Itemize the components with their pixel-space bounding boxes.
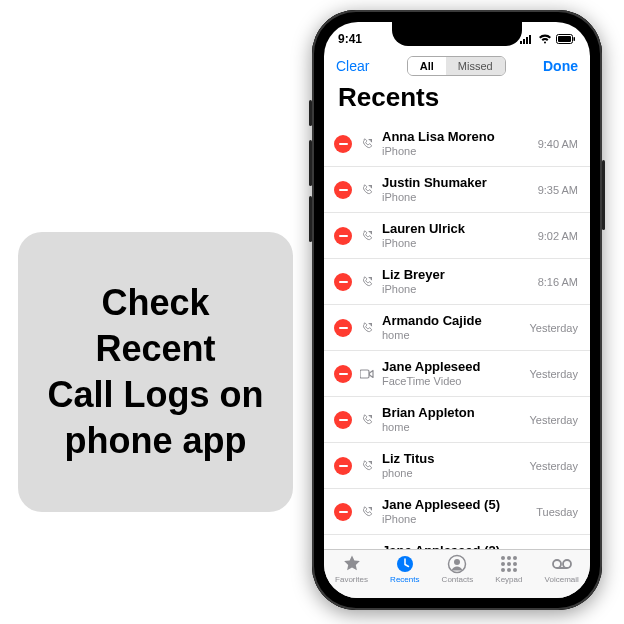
call-source: iPhone <box>382 283 526 296</box>
svg-rect-3 <box>529 35 531 44</box>
delete-icon[interactable] <box>334 227 352 245</box>
delete-icon[interactable] <box>334 503 352 521</box>
tab-contacts[interactable]: Contacts <box>442 554 474 584</box>
delete-icon[interactable] <box>334 319 352 337</box>
call-row[interactable]: Jane AppleseedFaceTime VideoYesterday <box>324 351 590 397</box>
phone-outgoing-icon <box>360 184 374 196</box>
caller-name: Brian Appleton <box>382 406 517 421</box>
phone-outgoing-icon <box>360 138 374 150</box>
call-row[interactable]: Lauren UlrickiPhone9:02 AM <box>324 213 590 259</box>
tab-label: Keypad <box>495 575 522 584</box>
phone-outgoing-icon <box>360 414 374 426</box>
call-time: Yesterday <box>529 322 578 334</box>
svg-point-22 <box>563 560 571 568</box>
call-info: Justin ShumakeriPhone <box>382 176 526 204</box>
wifi-icon <box>538 34 552 44</box>
call-row[interactable]: Liz BreyeriPhone8:16 AM <box>324 259 590 305</box>
call-source: FaceTime Video <box>382 375 517 388</box>
tab-bar: FavoritesRecentsContactsKeypadVoicemail <box>324 549 590 598</box>
tab-keypad[interactable]: Keypad <box>495 554 522 584</box>
delete-icon[interactable] <box>334 411 352 429</box>
signal-icon <box>520 34 534 44</box>
call-row[interactable]: Brian AppletonhomeYesterday <box>324 397 590 443</box>
clock-icon <box>395 554 415 574</box>
tab-label: Favorites <box>335 575 368 584</box>
svg-point-17 <box>513 562 517 566</box>
svg-rect-1 <box>523 39 525 44</box>
call-row[interactable]: Jane Appleseed (2)FaceTime VideoTuesday <box>324 535 590 549</box>
svg-point-14 <box>513 556 517 560</box>
call-row[interactable]: Jane Appleseed (5)iPhoneTuesday <box>324 489 590 535</box>
call-row[interactable]: Liz TitusphoneYesterday <box>324 443 590 489</box>
phone-outgoing-icon <box>360 276 374 288</box>
delete-icon[interactable] <box>334 273 352 291</box>
caller-name: Anna Lisa Moreno <box>382 130 526 145</box>
call-source: iPhone <box>382 191 526 204</box>
svg-point-15 <box>501 562 505 566</box>
call-info: Jane Appleseed (5)iPhone <box>382 498 524 526</box>
delete-icon[interactable] <box>334 457 352 475</box>
phone-outgoing-icon <box>360 230 374 242</box>
call-info: Armando Cajidehome <box>382 314 517 342</box>
call-row[interactable]: Armando CajidehomeYesterday <box>324 305 590 351</box>
call-info: Anna Lisa MorenoiPhone <box>382 130 526 158</box>
call-row[interactable]: Anna Lisa MorenoiPhone9:40 AM <box>324 121 590 167</box>
call-info: Liz Titusphone <box>382 452 517 480</box>
power-button <box>602 160 605 230</box>
voicemail-icon <box>551 554 573 574</box>
iphone-frame: 9:41 Clear All Missed Done Recents <box>312 10 602 610</box>
call-time: Yesterday <box>529 460 578 472</box>
svg-point-18 <box>501 568 505 572</box>
call-row[interactable]: Justin ShumakeriPhone9:35 AM <box>324 167 590 213</box>
caller-name: Justin Shumaker <box>382 176 526 191</box>
recents-list[interactable]: Anna Lisa MorenoiPhone9:40 AMJustin Shum… <box>324 121 590 549</box>
svg-point-19 <box>507 568 511 572</box>
delete-icon[interactable] <box>334 135 352 153</box>
video-icon <box>360 369 374 379</box>
screen: 9:41 Clear All Missed Done Recents <box>324 22 590 598</box>
svg-rect-2 <box>526 37 528 44</box>
tab-label: Recents <box>390 575 419 584</box>
call-source: iPhone <box>382 145 526 158</box>
tab-recents[interactable]: Recents <box>390 554 419 584</box>
phone-outgoing-icon <box>360 322 374 334</box>
caller-name: Jane Appleseed (5) <box>382 498 524 513</box>
keypad-icon <box>499 554 519 574</box>
svg-point-21 <box>553 560 561 568</box>
tab-favorites[interactable]: Favorites <box>335 554 368 584</box>
call-time: 9:35 AM <box>538 184 578 196</box>
call-time: Yesterday <box>529 368 578 380</box>
call-info: Lauren UlrickiPhone <box>382 222 526 250</box>
caller-name: Armando Cajide <box>382 314 517 329</box>
star-icon <box>342 554 362 574</box>
instruction-banner: Check Recent Call Logs on phone app <box>18 232 293 512</box>
filter-segmented-control[interactable]: All Missed <box>407 56 506 76</box>
phone-outgoing-icon <box>360 460 374 472</box>
mute-switch <box>309 100 312 126</box>
filter-missed[interactable]: Missed <box>446 57 505 75</box>
call-time: 9:02 AM <box>538 230 578 242</box>
filter-all[interactable]: All <box>408 57 446 75</box>
svg-point-12 <box>501 556 505 560</box>
svg-rect-0 <box>520 41 522 44</box>
caller-name: Liz Titus <box>382 452 517 467</box>
call-source: iPhone <box>382 237 526 250</box>
svg-point-13 <box>507 556 511 560</box>
call-time: Tuesday <box>536 506 578 518</box>
call-source: iPhone <box>382 513 524 526</box>
call-time: 8:16 AM <box>538 276 578 288</box>
svg-rect-7 <box>360 370 369 378</box>
tab-label: Voicemail <box>545 575 579 584</box>
caller-name: Jane Appleseed <box>382 360 517 375</box>
contact-icon <box>447 554 467 574</box>
done-button[interactable]: Done <box>543 58 578 74</box>
delete-icon[interactable] <box>334 365 352 383</box>
tab-voicemail[interactable]: Voicemail <box>545 554 579 584</box>
call-source: phone <box>382 467 517 480</box>
call-info: Liz BreyeriPhone <box>382 268 526 296</box>
volume-up <box>309 140 312 186</box>
call-time: 9:40 AM <box>538 138 578 150</box>
clear-button[interactable]: Clear <box>336 58 369 74</box>
svg-point-20 <box>513 568 517 572</box>
delete-icon[interactable] <box>334 181 352 199</box>
